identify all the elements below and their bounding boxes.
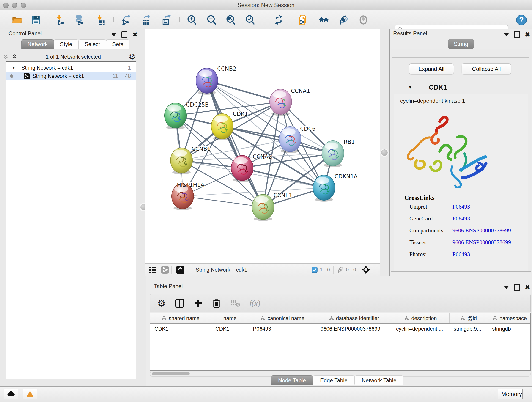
table-cell[interactable]: CDK1 bbox=[211, 326, 249, 332]
memory-label: Memory bbox=[501, 391, 522, 397]
warnings-button[interactable] bbox=[23, 389, 37, 399]
column-header--id[interactable]: @id bbox=[450, 313, 488, 323]
create-column-button[interactable] bbox=[194, 298, 203, 309]
network-row-selected[interactable]: String Network – cdk1 11 48 bbox=[6, 72, 136, 80]
import-network-file-button[interactable] bbox=[55, 14, 66, 26]
export-network-button[interactable] bbox=[120, 14, 132, 26]
cloud-status-button[interactable] bbox=[4, 389, 18, 399]
column-header-name[interactable]: name bbox=[211, 313, 249, 323]
network-node-cdc25b[interactable]: CDC25B bbox=[165, 102, 209, 129]
export-image-button[interactable] bbox=[160, 14, 172, 26]
float-panel-icon[interactable] bbox=[504, 286, 509, 289]
save-session-button[interactable] bbox=[30, 14, 42, 26]
show-columns-button[interactable] bbox=[175, 298, 184, 309]
table-cell[interactable]: P06493 bbox=[249, 326, 317, 332]
float-panel-icon[interactable] bbox=[111, 33, 116, 36]
collection-expander-icon[interactable]: ▼ bbox=[12, 65, 16, 70]
network-node-cdkn1a[interactable]: CDKN1A bbox=[313, 173, 358, 202]
delete-table-button[interactable] bbox=[230, 298, 240, 309]
crosslink-link[interactable]: P06493 bbox=[452, 251, 470, 257]
network-view-icon[interactable] bbox=[161, 266, 169, 274]
tab-node-table[interactable]: Node Table bbox=[271, 375, 313, 385]
zoom-out-button[interactable] bbox=[206, 14, 218, 26]
tab-select[interactable]: Select bbox=[78, 39, 106, 49]
network-node-ccnb1[interactable]: CCNB1 bbox=[171, 146, 210, 174]
crosslink-link[interactable]: P06493 bbox=[452, 204, 470, 210]
expand-all-icon[interactable] bbox=[11, 53, 18, 60]
table-cell[interactable]: CDK1 bbox=[150, 326, 211, 332]
table-options-button[interactable]: ⚙ bbox=[157, 298, 166, 309]
splitter-handle[interactable] bbox=[381, 149, 388, 156]
tab-network[interactable]: Network bbox=[21, 39, 54, 49]
column-header-namespace[interactable]: namespace bbox=[488, 313, 531, 323]
hide-graphics-details-button[interactable] bbox=[338, 14, 350, 26]
network-canvas[interactable]: CCNB2CCNA1CDC25BCDK1CDC6RB1CCNB1CCNA2CDK… bbox=[145, 29, 380, 263]
hidden-elements-icon[interactable] bbox=[337, 266, 344, 274]
tab-sets[interactable]: Sets bbox=[106, 39, 129, 49]
memory-status-button[interactable]: Memory bbox=[498, 389, 523, 399]
table-row[interactable]: CDK1CDK1P064939606.ENSP00000378699cyclin… bbox=[150, 324, 530, 334]
zoom-selected-button[interactable] bbox=[244, 14, 256, 26]
delete-column-button[interactable] bbox=[212, 298, 221, 309]
column-header-database-identifier[interactable]: database identifier bbox=[317, 313, 392, 323]
refresh-view-button[interactable] bbox=[273, 14, 285, 26]
open-file-button[interactable] bbox=[11, 14, 23, 26]
help-button[interactable]: ? bbox=[515, 14, 527, 26]
crosslink-link[interactable]: P06493 bbox=[452, 216, 470, 222]
maximize-panel-icon[interactable] bbox=[514, 31, 520, 38]
tab-style[interactable]: Style bbox=[54, 39, 78, 49]
import-table-file-button[interactable] bbox=[94, 14, 106, 26]
maximize-panel-icon[interactable] bbox=[514, 284, 520, 291]
selected-nodes-checkbox-icon[interactable] bbox=[312, 267, 317, 273]
network-node-hist1h1a[interactable]: HIST1H1A bbox=[172, 182, 205, 210]
clone-network-button[interactable] bbox=[297, 14, 309, 26]
show-graphics-details-button[interactable] bbox=[357, 14, 369, 26]
grid-view-icon[interactable] bbox=[149, 266, 157, 274]
maximize-panel-icon[interactable] bbox=[121, 31, 127, 38]
birdseye-view-icon[interactable] bbox=[176, 265, 185, 274]
network-node-cdk1[interactable]: CDK1 bbox=[211, 111, 248, 140]
collapse-all-icon[interactable] bbox=[2, 53, 9, 60]
node-label: CCNE1 bbox=[273, 192, 292, 198]
table-cell[interactable]: 9606.ENSP00000378699 bbox=[317, 326, 392, 332]
gene-expander-icon[interactable]: ▼ bbox=[408, 85, 412, 90]
column-header-shared-name[interactable]: shared name bbox=[150, 313, 211, 323]
fit-selected-crosshair-icon[interactable] bbox=[361, 265, 371, 274]
column-header-description[interactable]: description bbox=[392, 313, 450, 323]
network-options-gear-icon[interactable]: ⚙ bbox=[129, 53, 136, 61]
network-node-ccne1[interactable]: CCNE1 bbox=[252, 192, 292, 221]
network-edge[interactable] bbox=[242, 168, 324, 188]
table-cell[interactable]: cyclin–dependent ... bbox=[392, 326, 450, 332]
right-splitter[interactable] bbox=[380, 29, 390, 276]
close-panel-icon[interactable]: ✖ bbox=[525, 284, 530, 291]
tab-network-table[interactable]: Network Table bbox=[355, 375, 404, 385]
float-panel-icon[interactable] bbox=[504, 33, 509, 36]
network-node-ccna2[interactable]: CCNA2 bbox=[231, 153, 272, 182]
network-graph[interactable]: CCNB2CCNA1CDC25BCDK1CDC6RB1CCNB1CCNA2CDK… bbox=[145, 29, 380, 263]
crosslink-link[interactable]: 9606.ENSP00000378699 bbox=[452, 227, 511, 234]
node-table[interactable]: shared namenamecanonical namedatabase id… bbox=[150, 313, 531, 370]
tab-string[interactable]: String bbox=[448, 39, 474, 49]
network-edge[interactable] bbox=[183, 196, 263, 207]
zoom-in-button[interactable] bbox=[186, 14, 198, 26]
table-cell[interactable]: stringdb bbox=[488, 326, 531, 332]
zoom-fit-button[interactable] bbox=[225, 14, 237, 26]
crosslink-link[interactable]: 9606.ENSP00000378699 bbox=[452, 239, 511, 245]
column-header-canonical-name[interactable]: canonical name bbox=[249, 313, 317, 323]
network-edge[interactable] bbox=[207, 81, 263, 207]
left-splitter[interactable] bbox=[142, 29, 145, 276]
network-collection-row[interactable]: ▼ String Network – cdk1 1 bbox=[6, 64, 136, 72]
tab-edge-table[interactable]: Edge Table bbox=[313, 375, 355, 385]
close-panel-icon[interactable]: ✖ bbox=[525, 32, 530, 38]
import-network-database-button[interactable] bbox=[73, 14, 85, 26]
close-panel-icon[interactable]: ✖ bbox=[133, 32, 138, 38]
table-cell[interactable]: stringdb:9... bbox=[450, 326, 488, 332]
home-panel-button[interactable] bbox=[317, 14, 329, 26]
function-builder-button[interactable]: f(x) bbox=[249, 298, 260, 309]
network-node-rb1[interactable]: RB1 bbox=[322, 139, 355, 167]
export-table-button[interactable] bbox=[140, 14, 152, 26]
network-node-ccnb2[interactable]: CCNB2 bbox=[196, 65, 236, 95]
scrollbar-thumb[interactable] bbox=[152, 372, 190, 375]
collapse-all-button[interactable]: Collapse All bbox=[462, 64, 511, 75]
expand-all-button[interactable]: Expand All bbox=[409, 64, 454, 75]
